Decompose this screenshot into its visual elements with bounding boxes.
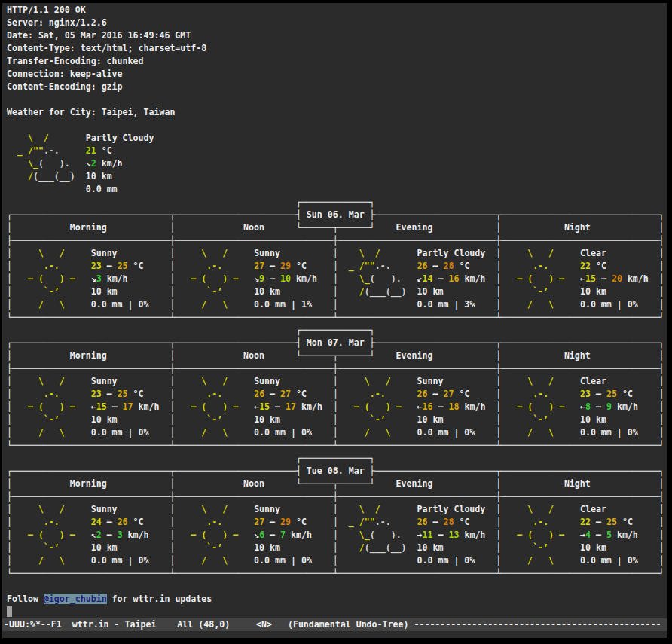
weather-icon-art: / \ (506, 427, 575, 438)
weather-icon-art: / \ (17, 427, 86, 438)
terminal-text: 27 (280, 389, 291, 399)
weather-icon-art: .-. (44, 145, 81, 156)
twitter-link[interactable]: @igor_chubin (44, 594, 107, 604)
terminal-text: │ (659, 517, 664, 527)
terminal-text (606, 248, 659, 258)
terminal-text: ┌──────────────────────────────┬────────… (7, 209, 664, 220)
weather-icon-art: / (344, 286, 365, 297)
forecast-row: │ \ / Sunny │ \ / Sunny │ \ / Sunny │ \ … (7, 375, 667, 388)
table-top-border: ┌──────────────────────────────┬────────… (7, 337, 667, 349)
current-conditions-row: \_( ). ↘2 km/h (7, 157, 667, 170)
terminal-text (7, 158, 12, 169)
terminal-text: │ (659, 414, 664, 425)
weather-icon-art: .-. (506, 517, 575, 527)
terminal-text (118, 184, 165, 194)
terminal-text: ← (417, 401, 423, 412)
weather-icon-art (380, 248, 412, 258)
weather-icon-art: \ / (17, 376, 86, 386)
terminal-buffer[interactable]: HTTP/1.1 200 OKServer: nginx/1.2.6Date: … (2, 3, 667, 618)
terminal-text: 10 km (91, 414, 118, 425)
terminal-text: °C (128, 261, 144, 271)
terminal-text: 10 km (91, 286, 118, 297)
terminal-text (338, 376, 344, 386)
terminal-text (312, 427, 333, 438)
terminal-text (12, 389, 17, 399)
terminal-text (118, 414, 170, 425)
terminal-text: 10 km (254, 286, 280, 297)
terminal-text (338, 504, 344, 514)
terminal-text (312, 299, 333, 310)
terminal-text: 29 (280, 517, 291, 527)
terminal-text: 18 (449, 401, 460, 412)
terminal-text (412, 299, 417, 310)
terminal-text: │ (333, 273, 338, 284)
terminal-text: 0.0 mm | 0% (417, 555, 475, 566)
terminal-text (485, 530, 496, 540)
terminal-text: 26 (417, 261, 428, 271)
terminal-text (154, 133, 164, 143)
terminal-text (633, 389, 659, 399)
terminal-text: 29 (280, 261, 291, 271)
terminal-text (469, 517, 496, 527)
current-conditions-row: /(___(__) 10 km (7, 170, 667, 183)
terminal-text (12, 427, 17, 438)
terminal-text: │ (659, 530, 664, 540)
weather-icon-art: 22 (580, 261, 591, 271)
terminal-text (118, 376, 170, 386)
blank-line (7, 119, 667, 132)
weather-icon-art: 15 (585, 273, 596, 284)
terminal-text (338, 555, 344, 566)
terminal-text: ┌─────────────┐ (7, 325, 375, 335)
blank-line (7, 580, 667, 593)
weather-icon-art: `-’ (344, 414, 412, 425)
terminal-text: 16 (423, 401, 433, 412)
terminal-text: 10 km (580, 414, 606, 425)
terminal-text: km/h (459, 273, 485, 284)
terminal-text (81, 133, 86, 143)
weather-icon-art: `-’ (180, 286, 249, 297)
terminal-text (338, 273, 344, 284)
terminal-text: 7 (280, 530, 286, 540)
terminal-text (312, 530, 333, 540)
terminal-text (118, 286, 170, 297)
table-header-row: │ Morning │ Noon └──────┬──────┘ Evening… (7, 349, 667, 362)
terminal-text: 0.0 mm | 0% (580, 299, 638, 310)
terminal-text: – (264, 517, 280, 527)
terminal-text: │ (7, 273, 12, 284)
weather-icon-art: 24 (91, 517, 102, 527)
terminal-text (475, 555, 496, 566)
terminal-text: ┌──────────────────────────────┬────────… (7, 465, 664, 476)
terminal-text: │ (659, 504, 664, 514)
terminal-text: 0.0 mm | 0% (91, 299, 149, 310)
terminal-text: °C (454, 389, 470, 399)
terminal-text (86, 555, 91, 566)
terminal-text: 26 (118, 517, 128, 527)
terminal-text (412, 517, 417, 527)
terminal-text (118, 248, 170, 258)
terminal-text: km/h (123, 530, 149, 540)
terminal-text (86, 248, 91, 258)
weather-icon-art: / \ (180, 427, 249, 438)
terminal-text: │ (659, 299, 664, 310)
terminal-text (575, 555, 580, 566)
terminal-text: ↘ (91, 273, 96, 284)
weather-icon-art: ( ). (370, 530, 412, 540)
terminal-text (86, 286, 91, 297)
terminal-text: 0.0 mm | 0% (91, 427, 149, 438)
terminal-text (118, 504, 170, 514)
date-box-top: ┌─────────────┐ (7, 196, 667, 209)
terminal-text: Partly Cloudy (86, 133, 154, 143)
terminal-text (144, 261, 170, 271)
weather-icon-art: `-’ (506, 286, 575, 297)
terminal-text (12, 542, 17, 553)
terminal-text (638, 555, 659, 566)
terminal-text (485, 248, 496, 258)
terminal-text: 5 (606, 530, 612, 540)
terminal-text (7, 171, 12, 182)
terminal-text (469, 261, 496, 271)
terminal-text: ├──────────────────────────────┼────────… (7, 363, 664, 374)
weather-icon-art: / \ (344, 427, 412, 438)
weather-icon-art: 23 (91, 261, 102, 271)
terminal-text: – (264, 273, 280, 284)
terminal-text (86, 299, 91, 310)
